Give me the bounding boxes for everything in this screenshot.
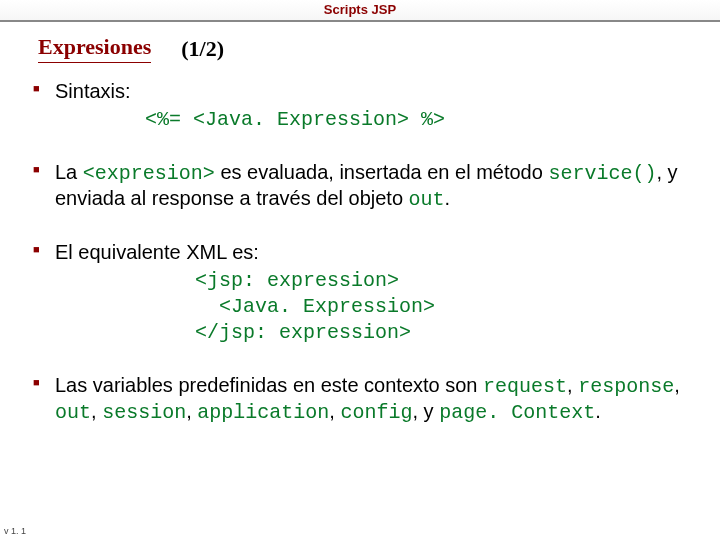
bullet-vars: Las variables predefinidas en este conte… — [55, 373, 690, 425]
slide-title: Expresiones — [38, 34, 151, 63]
content-area: Sintaxis: <%= <Java. Expression> %> La <… — [0, 69, 720, 425]
header-bar-title: Scripts JSP — [324, 2, 396, 17]
syntax-code: <%= <Java. Expression> %> — [145, 108, 445, 131]
xml-code-block: <jsp: expression> <Java. Expression> </j… — [195, 269, 435, 344]
bullet-vars-text: Las variables predefinidas en este conte… — [55, 374, 680, 422]
bullet-xml: El equivalente XML es: <jsp: expression>… — [55, 240, 690, 345]
version-label: v 1. 1 — [4, 526, 26, 536]
title-row: Expresiones (1/2) — [0, 22, 720, 69]
bullet-eval-text: La <expresion> es evaluada, insertada en… — [55, 161, 678, 209]
bullet-xml-label: El equivalente XML es: — [55, 241, 259, 263]
slide-page-indicator: (1/2) — [181, 36, 224, 62]
slide: Scripts JSP Expresiones (1/2) Sintaxis: … — [0, 0, 720, 540]
bullet-syntax: Sintaxis: <%= <Java. Expression> %> — [55, 79, 690, 132]
bullet-syntax-label: Sintaxis: — [55, 80, 131, 102]
header-bar: Scripts JSP — [0, 0, 720, 22]
bullet-eval: La <expresion> es evaluada, insertada en… — [55, 160, 690, 212]
